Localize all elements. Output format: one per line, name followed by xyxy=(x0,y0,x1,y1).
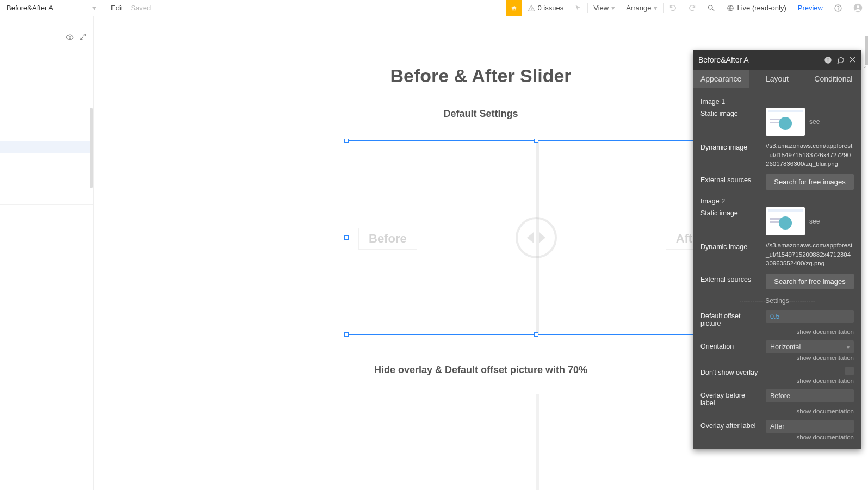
view-menu[interactable]: View▾ xyxy=(588,0,621,16)
page-name: Before&After A xyxy=(7,4,53,12)
arrange-menu[interactable]: Arrange▾ xyxy=(621,0,663,16)
settings-divider: ------------Settings------------ xyxy=(700,297,854,305)
search-images-button[interactable]: Search for free images xyxy=(766,174,854,190)
image2-thumbnail[interactable] xyxy=(766,207,805,235)
tab-layout[interactable]: Layout xyxy=(749,70,805,88)
issues-count: 0 issues xyxy=(538,4,564,12)
resize-handle[interactable] xyxy=(344,139,349,143)
resize-handle[interactable] xyxy=(534,332,538,337)
overlay-before-input[interactable]: Before xyxy=(766,389,854,402)
offset-input[interactable]: 0.5 xyxy=(766,310,854,323)
arrange-label: Arrange xyxy=(626,4,651,12)
topbar: Before&After A ▾ Edit Saved 0 issues Vie… xyxy=(0,0,868,16)
see-link[interactable]: see xyxy=(809,218,820,225)
static-image-label: Static image xyxy=(700,108,759,117)
gift-icon[interactable] xyxy=(506,0,522,16)
image1-thumbnail[interactable] xyxy=(766,108,805,136)
dynamic-image-label: Dynamic image xyxy=(700,241,759,251)
svg-rect-14 xyxy=(828,59,828,61)
sidebar-scrollbar[interactable] xyxy=(90,108,93,188)
tab-conditional[interactable]: Conditional xyxy=(805,70,861,88)
show-documentation-link[interactable]: show documentation xyxy=(700,355,854,361)
warning-icon xyxy=(528,4,535,12)
external-sources-label: External sources xyxy=(700,274,759,283)
preview-button[interactable]: Preview xyxy=(792,0,828,16)
resize-handle[interactable] xyxy=(344,235,349,240)
show-documentation-link[interactable]: show documentation xyxy=(700,434,854,441)
property-panel: Before&After A Appearance Layout Conditi… xyxy=(693,50,861,449)
user-button[interactable] xyxy=(848,0,868,16)
chevron-down-icon: ⌄ xyxy=(863,63,867,69)
search-button[interactable] xyxy=(702,0,721,16)
svg-point-12 xyxy=(69,36,71,39)
close-icon[interactable] xyxy=(849,56,856,64)
panel-title: Before&After A xyxy=(698,55,749,64)
show-documentation-link[interactable]: show documentation xyxy=(700,328,854,335)
issues-button[interactable]: 0 issues xyxy=(522,0,569,16)
overlay-after-label-key: Overlay after label xyxy=(700,420,759,430)
left-sidebar xyxy=(0,16,94,490)
resize-handle[interactable] xyxy=(534,139,538,143)
image2-heading: Image 2 xyxy=(700,195,759,205)
search-icon xyxy=(707,4,715,12)
comment-icon[interactable] xyxy=(836,56,845,64)
eye-icon[interactable] xyxy=(66,33,74,41)
view-label: View xyxy=(593,4,609,12)
orientation-value: Horizontal xyxy=(770,343,801,351)
svg-point-11 xyxy=(857,5,859,8)
saved-status: Saved xyxy=(131,4,151,12)
orientation-label: Orientation xyxy=(700,340,759,350)
live-label: Live (read-only) xyxy=(737,4,786,12)
undo-icon xyxy=(669,4,677,12)
undo-button[interactable] xyxy=(664,0,683,16)
svg-point-4 xyxy=(531,9,531,10)
static-image-label: Static image xyxy=(700,207,759,217)
resize-handle[interactable] xyxy=(344,332,349,337)
external-sources-label: External sources xyxy=(700,174,759,184)
edit-mode-label[interactable]: Edit xyxy=(111,4,123,12)
overlay-after-input[interactable]: After xyxy=(766,420,854,433)
sidebar-selected-item[interactable] xyxy=(0,141,93,153)
image1-heading: Image 1 xyxy=(700,96,759,106)
search-images-button[interactable]: Search for free images xyxy=(766,274,854,289)
chevron-down-icon: ▾ xyxy=(847,344,850,350)
show-documentation-link[interactable]: show documentation xyxy=(700,377,854,384)
top-right: 0 issues View▾ Arrange▾ Live (read-only) xyxy=(506,0,868,16)
pointer-icon[interactable] xyxy=(569,0,587,16)
top-left: Edit Saved xyxy=(103,0,158,16)
page-select[interactable]: Before&After A ▾ xyxy=(0,0,103,16)
panel-header[interactable]: Before&After A xyxy=(693,50,861,70)
chevron-down-icon: ▾ xyxy=(92,4,96,12)
svg-point-9 xyxy=(838,9,839,10)
slider-handle[interactable] xyxy=(516,217,557,258)
show-documentation-link[interactable]: show documentation xyxy=(700,408,854,414)
dynamic-image-label: Dynamic image xyxy=(700,141,759,151)
selected-element[interactable]: Before After xyxy=(346,140,727,335)
redo-button[interactable] xyxy=(683,0,702,16)
chevron-down-icon: ▾ xyxy=(611,4,615,12)
svg-point-5 xyxy=(709,5,713,10)
chevron-down-icon: ▾ xyxy=(654,4,658,12)
dynamic-image-2-value[interactable]: //s3.amazonaws.com/appforest_uf/f1549715… xyxy=(766,241,854,268)
tab-appearance[interactable]: Appearance xyxy=(693,70,749,88)
see-link[interactable]: see xyxy=(809,118,820,126)
live-status[interactable]: Live (read-only) xyxy=(721,0,791,16)
no-overlay-checkbox[interactable] xyxy=(845,367,854,375)
expand-icon[interactable] xyxy=(79,33,86,41)
panel-body: Image 1 Static image see Dynamic image /… xyxy=(693,88,861,449)
arrow-right-icon xyxy=(539,232,545,243)
help-icon xyxy=(834,4,842,13)
slider-preview-2[interactable] xyxy=(346,394,727,490)
globe-icon xyxy=(727,4,734,12)
panel-tabs: Appearance Layout Conditional xyxy=(693,70,861,88)
dynamic-image-1-value[interactable]: //s3.amazonaws.com/appforest_uf/f1549715… xyxy=(766,141,854,169)
info-icon[interactable] xyxy=(824,56,832,64)
overlay-before-label: Before xyxy=(358,228,417,250)
slider-divider xyxy=(536,394,539,490)
user-icon xyxy=(853,3,863,13)
svg-line-6 xyxy=(712,9,715,11)
orientation-select[interactable]: Horizontal▾ xyxy=(766,340,854,353)
help-button[interactable] xyxy=(828,0,848,16)
canvas-scrollbar[interactable] xyxy=(865,36,868,65)
sidebar-header xyxy=(0,16,93,46)
